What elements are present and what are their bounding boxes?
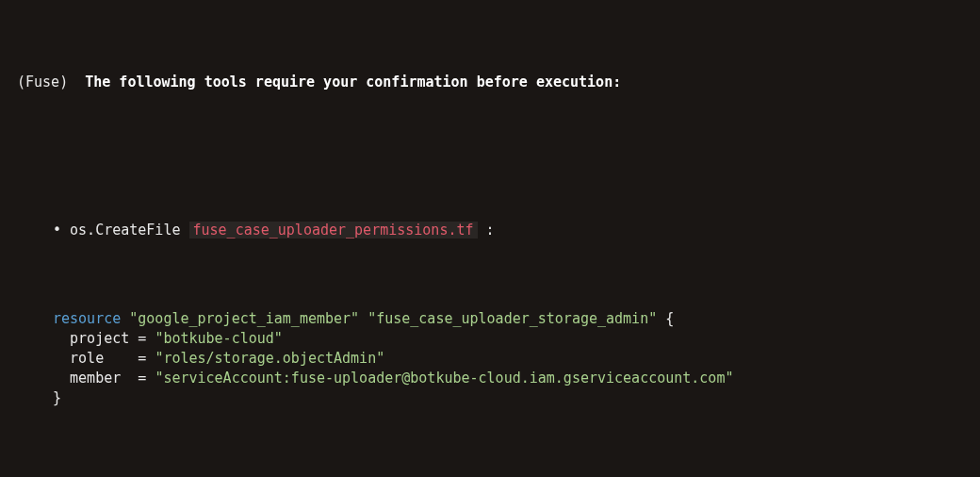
tool-file-arg: fuse_case_uploader_permissions.tf	[189, 222, 478, 238]
bullet-icon: •	[53, 222, 61, 238]
tool-suffix: :	[486, 222, 495, 238]
confirm-header-text: The following tools require your confirm…	[85, 74, 621, 90]
confirm-header-line: (Fuse) The following tools require your …	[17, 73, 963, 92]
tool-bullet-line: • os.CreateFile fuse_case_uploader_permi…	[53, 221, 963, 240]
agent-label: (Fuse)	[17, 74, 68, 90]
code-block: resource "google_project_iam_member" "fu…	[53, 309, 963, 408]
tool-call-name: os.CreateFile	[70, 222, 180, 238]
